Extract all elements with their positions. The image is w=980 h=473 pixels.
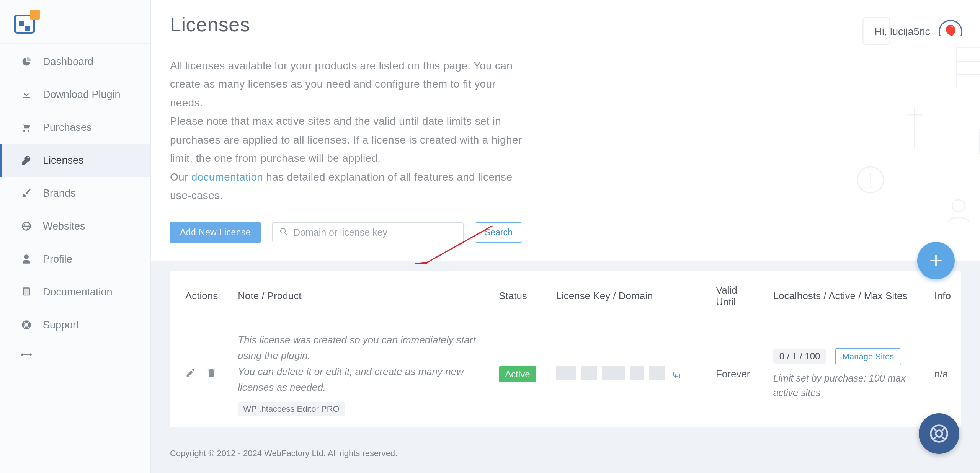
add-new-license-button[interactable]: Add New License	[170, 222, 261, 243]
license-note-1: This license was created so you can imme…	[238, 332, 479, 364]
col-license-key: License Key / Domain	[546, 271, 706, 321]
sidebar-item-documentation[interactable]: Documentation	[0, 276, 150, 308]
help-bubble-button[interactable]	[919, 413, 959, 454]
sidebar-item-support[interactable]: Support	[0, 308, 150, 341]
actions-bar: Add New License Search	[151, 220, 980, 261]
footer-copyright: Copyright © 2012 - 2024 WebFactory Ltd. …	[170, 449, 961, 458]
desc-line-1: All licenses available for your products…	[170, 57, 514, 112]
svg-point-12	[931, 425, 947, 442]
sidebar-item-label: Licenses	[43, 155, 139, 166]
sidebar-item-purchases[interactable]: Purchases	[0, 111, 150, 144]
sidebar-item-licenses[interactable]: Licenses	[0, 144, 150, 177]
page-header: Licenses Hi, lucija5ric 🎈	[151, 0, 980, 36]
documentation-link[interactable]: documentation	[191, 171, 263, 183]
sidebar-item-websites[interactable]: Websites	[0, 210, 150, 243]
key-icon	[18, 155, 35, 166]
sidebar-item-brands[interactable]: Brands	[0, 177, 150, 210]
sidebar-item-label: Support	[43, 319, 139, 331]
desc-line-2: Please note that max active sites and th…	[170, 112, 526, 168]
status-badge: Active	[499, 366, 536, 382]
svg-point-13	[936, 430, 942, 437]
search-button[interactable]: Search	[475, 222, 522, 243]
collapse-icon	[18, 352, 35, 357]
valid-until-value: Forever	[706, 321, 763, 427]
page-description: All licenses available for your products…	[151, 36, 980, 220]
search-icon	[279, 227, 288, 237]
search-input[interactable]	[293, 227, 456, 238]
globe-icon	[18, 221, 35, 232]
logo[interactable]	[0, 0, 150, 44]
search-field-wrap	[272, 222, 464, 242]
brush-icon	[18, 188, 35, 199]
license-note-2: You can delete it or edit it, and create…	[238, 364, 479, 396]
sidebar-item-label: Documentation	[43, 286, 139, 298]
svg-point-0	[281, 228, 286, 233]
product-tag: WP .htaccess Editor PRO	[238, 402, 345, 416]
info-value: n/a	[924, 321, 961, 427]
col-info: Info	[924, 271, 961, 321]
desc-line-3: Our documentation has detailed explanati…	[170, 168, 514, 205]
license-key-obscured	[556, 366, 665, 380]
licenses-table: Actions Note / Product Status License Ke…	[170, 271, 961, 427]
fab-add-button[interactable]	[917, 242, 955, 279]
manage-sites-button[interactable]: Manage Sites	[835, 348, 902, 365]
lifebuoy-icon	[18, 320, 35, 330]
sidebar-item-profile[interactable]: Profile	[0, 243, 150, 276]
sites-counts: 0 / 1 / 100	[773, 349, 826, 364]
sidebar-item-label: Profile	[43, 253, 139, 265]
sidebar-item-download-plugin[interactable]: Download Plugin	[0, 78, 150, 111]
dashboard-icon	[18, 56, 35, 67]
table-row: This license was created so you can imme…	[170, 321, 961, 427]
col-status: Status	[489, 271, 546, 321]
sidebar-collapse-toggle[interactable]	[0, 341, 150, 368]
col-valid-until: Valid Until	[706, 271, 763, 321]
main-content: Licenses Hi, lucija5ric 🎈 All licenses a…	[151, 0, 980, 473]
col-sites: Localhosts / Active / Max Sites	[763, 271, 924, 321]
cart-icon	[18, 122, 35, 133]
edit-icon[interactable]	[185, 367, 196, 381]
user-icon	[18, 254, 35, 264]
sidebar-item-label: Websites	[43, 220, 139, 232]
sidebar-item-label: Brands	[43, 188, 139, 199]
sidebar-item-dashboard[interactable]: Dashboard	[0, 45, 150, 78]
sidebar: Dashboard Download Plugin Purchases Lice…	[0, 0, 151, 473]
copy-icon[interactable]	[672, 371, 681, 382]
sidebar-item-label: Download Plugin	[43, 89, 139, 101]
delete-icon[interactable]	[206, 367, 217, 381]
book-icon	[18, 287, 35, 297]
sidebar-item-label: Purchases	[43, 122, 139, 134]
col-note-product: Note / Product	[228, 271, 489, 321]
col-actions: Actions	[170, 271, 228, 321]
sidebar-item-label: Dashboard	[43, 56, 139, 68]
page-title: Licenses	[170, 13, 961, 36]
limit-note: Limit set by purchase: 100 max active si…	[773, 371, 911, 400]
download-icon	[18, 89, 35, 100]
